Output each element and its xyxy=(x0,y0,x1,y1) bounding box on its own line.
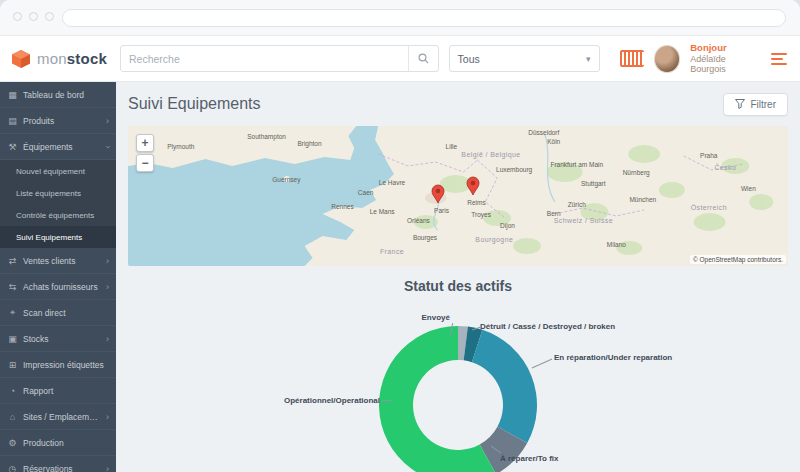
donut-label-detruit: Détruit / Cassé / Destroyed / broken xyxy=(480,322,615,331)
sidebar-item-rapport[interactable]: ◔Rapport xyxy=(0,378,116,404)
stocks-icon: ▣ xyxy=(7,334,18,344)
chevron-down-icon: › xyxy=(103,145,113,148)
donut-slice-en-reparation-under-reparation[interactable] xyxy=(472,329,537,442)
scan-icon: ⌖ xyxy=(7,307,18,318)
window-control-minimize-icon[interactable] xyxy=(29,12,38,21)
chevron-right-icon: › xyxy=(106,282,109,292)
list-menu-button[interactable] xyxy=(769,51,790,67)
sidebar-item-label: Produits xyxy=(23,116,101,126)
sidebar-item-label: Ventes clients xyxy=(23,256,101,266)
sidebar-item-label: Tableau de bord xyxy=(23,90,109,100)
production-icon: ⚙ xyxy=(7,438,18,448)
sales-icon: ⇄ xyxy=(7,256,18,266)
sidebar-item-label: Scan direct xyxy=(23,308,109,318)
chevron-right-icon: › xyxy=(106,116,109,126)
sidebar-item-reservations[interactable]: ◷Réservations› xyxy=(0,456,116,472)
map-pin-icon xyxy=(431,184,445,204)
sidebar-item-production[interactable]: ⚙Production xyxy=(0,430,116,456)
user-greeting: Bonjour Adélaïde Bourgois xyxy=(690,43,759,75)
window-controls xyxy=(13,12,54,21)
search-button[interactable] xyxy=(408,46,438,71)
report-icon: ◔ xyxy=(7,386,18,396)
logo-text-mon: mon xyxy=(37,50,67,67)
app-header: monstock Tous ▾ Bonjour Adélaïde Bourgoi… xyxy=(0,36,800,82)
donut-label-operationnel: Opérationnel/Operational xyxy=(244,396,380,405)
page-title: Suivi Equipements xyxy=(128,95,261,113)
donut-label-a-reparer: À réparer/To fix xyxy=(500,454,559,463)
equipment-icon: ⚒ xyxy=(7,142,18,152)
main-content: Suivi Equipements Filtrer xyxy=(116,82,800,472)
leader-line xyxy=(382,400,391,401)
print-icon: ⊞ xyxy=(7,360,18,370)
browser-chrome xyxy=(0,0,800,36)
map[interactable]: PlymouthSouthamptonBrightonLilleDüsseldo… xyxy=(128,126,788,266)
sidebar-item-label: Sites / Emplacements xyxy=(23,412,101,422)
sidebar-nav: ▦Tableau de bord▤Produits›⚒Équipements›N… xyxy=(0,82,116,472)
map-attribution: © OpenStreetMap contributors. xyxy=(690,255,786,264)
menu-line-icon xyxy=(771,63,787,65)
dashboard-icon: ▦ xyxy=(7,90,18,100)
map-markers xyxy=(128,126,788,266)
funnel-icon xyxy=(735,99,745,109)
sidebar-item-label: Achats fournisseurs xyxy=(23,282,101,292)
donut-label-envoye: Envoyé xyxy=(368,313,450,322)
sidebar-item-scan-direct[interactable]: ⌖Scan direct xyxy=(0,300,116,326)
avatar[interactable] xyxy=(654,45,680,73)
filter-button-label: Filtrer xyxy=(750,99,776,110)
map-pin-icon xyxy=(466,176,480,196)
window-control-close-icon[interactable] xyxy=(13,12,22,21)
chevron-right-icon: › xyxy=(106,464,109,472)
sidebar-item-stocks[interactable]: ▣Stocks› xyxy=(0,326,116,352)
barcode-scanner-icon[interactable] xyxy=(620,50,644,67)
search-icon xyxy=(418,53,429,64)
chevron-down-icon: ▾ xyxy=(586,54,591,64)
chevron-right-icon: › xyxy=(106,256,109,266)
sidebar-item-label: Production xyxy=(23,438,109,448)
user-name: Adélaïde Bourgois xyxy=(690,54,759,75)
menu-line-icon xyxy=(771,58,783,60)
scope-dropdown-value: Tous xyxy=(458,53,480,65)
browser-window: monstock Tous ▾ Bonjour Adélaïde Bourgoi… xyxy=(0,0,800,472)
sidebar-item-achats-fournisseurs[interactable]: ⇆Achats fournisseurs› xyxy=(0,274,116,300)
products-icon: ▤ xyxy=(7,116,18,126)
monstock-logo[interactable]: monstock xyxy=(10,48,110,70)
status-donut-chart-area: Envoyé Détruit / Cassé / Destroyed / bro… xyxy=(128,308,788,472)
sidebar-subitem-suivi-equipements[interactable]: Suivi Equipements xyxy=(0,226,116,248)
sidebar-item-produits[interactable]: ▤Produits› xyxy=(0,108,116,134)
map-zoom-controls: + − xyxy=(136,134,154,172)
chevron-right-icon: › xyxy=(106,412,109,422)
logo-cube-icon xyxy=(10,48,32,70)
scope-dropdown[interactable]: Tous ▾ xyxy=(449,45,600,72)
sidebar-item-sites-emplacements[interactable]: ⌂Sites / Emplacements› xyxy=(0,404,116,430)
donut-label-en-reparation: En réparation/Under reparation xyxy=(554,353,672,362)
zoom-in-button[interactable]: + xyxy=(136,134,154,152)
purchases-icon: ⇆ xyxy=(7,282,18,292)
logo-text-stock: stock xyxy=(67,50,107,67)
sidebar-item-ventes-clients[interactable]: ⇄Ventes clients› xyxy=(0,248,116,274)
sites-icon: ⌂ xyxy=(7,412,18,422)
chart-title: Statut des actifs xyxy=(128,278,788,296)
sidebar-item-label: Équipements xyxy=(23,142,101,152)
window-control-maximize-icon[interactable] xyxy=(45,12,54,21)
sidebar-subitem-nouvel-equipement[interactable]: Nouvel équipement xyxy=(0,160,116,182)
filter-button[interactable]: Filtrer xyxy=(723,93,788,116)
sidebar-subitem-controle-equipements[interactable]: Contrôle équipements xyxy=(0,204,116,226)
sidebar-subitem-liste-equipements[interactable]: Liste équipements xyxy=(0,182,116,204)
sidebar-item-equipements[interactable]: ⚒Équipements› xyxy=(0,134,116,160)
sidebar-item-label: Stocks xyxy=(23,334,101,344)
chevron-right-icon: › xyxy=(106,334,109,344)
search-input[interactable] xyxy=(121,53,408,65)
sidebar-item-label: Réservations xyxy=(23,464,101,472)
greeting-line: Bonjour xyxy=(690,43,759,54)
donut-chart xyxy=(373,320,543,472)
sidebar-item-tableau-de-bord[interactable]: ▦Tableau de bord xyxy=(0,82,116,108)
marker-reims[interactable] xyxy=(466,176,480,196)
sidebar-item-impression-etiquettes[interactable]: ⊞Impression étiquettes xyxy=(0,352,116,378)
sidebar-item-label: Impression étiquettes xyxy=(23,360,109,370)
zoom-out-button[interactable]: − xyxy=(136,154,154,172)
sidebar-item-label: Rapport xyxy=(23,386,109,396)
url-bar[interactable] xyxy=(62,9,786,27)
menu-line-icon xyxy=(771,53,787,55)
logo-text: monstock xyxy=(37,50,107,67)
marker-paris[interactable] xyxy=(431,184,445,204)
